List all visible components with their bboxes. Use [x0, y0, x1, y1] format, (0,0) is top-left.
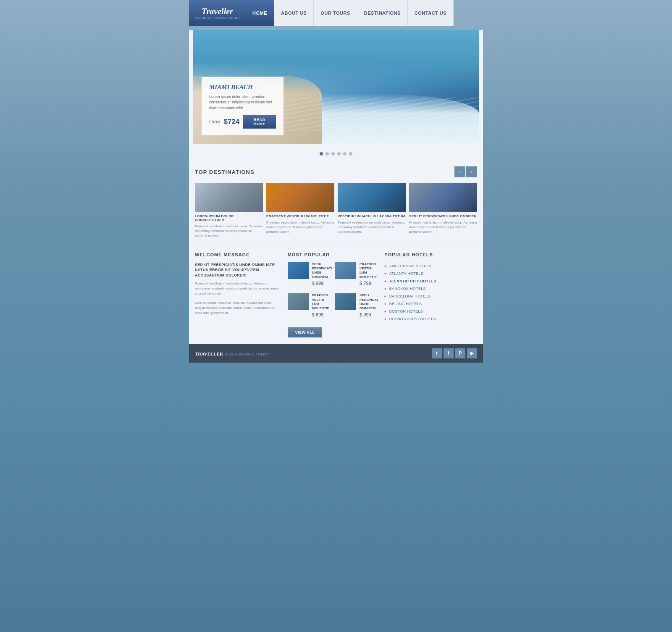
dest-card-1[interactable]: LOREM IPSUM DOLOR CONSECTETUER Praesent … — [195, 183, 263, 238]
pinterest-icon[interactable]: P — [455, 348, 465, 358]
popular-title-2: PRAESEN VESTIB LUM MOLESTIE — [360, 262, 378, 280]
hotel-item-buenos-aires[interactable]: BUENOS AIRES HOTELS — [384, 315, 477, 323]
dest-image-3 — [338, 183, 406, 212]
dot-2[interactable] — [326, 152, 329, 155]
popular-thumb-2 — [335, 262, 356, 279]
section-header: TOP DESTINATIONS ‹ › — [195, 166, 477, 177]
hotel-item-amsterdam[interactable]: AMSTERDAM HOTELS — [384, 262, 477, 270]
read-more-button[interactable]: READ MORE — [243, 115, 276, 129]
dest-title-3: VESTIBULUM IACULIS LACINIA ESTUM — [338, 214, 406, 218]
hotel-item-atlanta[interactable]: ATLANTA HOTELS — [384, 270, 477, 277]
hero-price: $724 — [224, 118, 240, 126]
dest-text-2: Praesent vestibulum molestie lacus. Aene… — [266, 220, 334, 234]
top-destinations-section: TOP DESTINATIONS ‹ › LOREM IPSUM DOLOR C… — [189, 160, 483, 245]
hotel-item-boston[interactable]: BOSTON HOTELS — [384, 308, 477, 315]
popular-title-3: PRAESEN VESTIB LUM MOLESTIE — [312, 293, 332, 311]
hero-caption: MIAMI BEACH Lorem ipsum dolor sitem amet… — [202, 77, 284, 136]
popular-price-1: $ 699 — [312, 281, 332, 286]
header: Traveller THE BEST TRAVEL GUIDE HOME ABO… — [189, 0, 483, 26]
footer-logo: TRAVELLER — [195, 351, 223, 356]
social-icons: t f P ▶ — [432, 348, 477, 358]
content-area: MIAMI BEACH Lorem ipsum dolor sitem amet… — [189, 30, 483, 363]
dest-title-4: SED UT PERSPICIATIS UNDE OMNISEN — [409, 214, 477, 218]
bottom-section: WELCOME MESSAGE SED UT PERSPICIATIS UNDE… — [189, 245, 483, 344]
facebook-icon[interactable]: f — [444, 348, 454, 358]
popular-info-4: SEDU PERSPICAT UNDE OMNISEM $ 999 — [360, 293, 378, 317]
footer-copyright: © 2013 PRIVACY POLICY — [225, 352, 270, 356]
dot-1[interactable] — [320, 152, 323, 155]
popular-price-2: $ 799 — [360, 281, 378, 286]
popular-grid: SEDU PERSPICATI UNDE OMNISEM $ 699 PRAES… — [288, 262, 379, 321]
hotel-item-barcelona[interactable]: BARCELONA HOTELS — [384, 292, 477, 300]
footer-brand-area: TRAVELLER © 2013 PRIVACY POLICY — [195, 350, 269, 357]
destinations-grid: LOREM IPSUM DOLOR CONSECTETUER Praesent … — [195, 183, 477, 238]
popular-item-3[interactable]: PRAESEN VESTIB LUM MOLESTIE $ 899 — [288, 293, 332, 317]
nav-contact[interactable]: CONTACT US — [408, 0, 454, 26]
popular-title-1: SEDU PERSPICATI UNDE OMNISEM — [312, 262, 332, 280]
twitter-icon[interactable]: t — [432, 348, 442, 358]
dest-title-2: PRAESENT VESTIBULUM MOLESTIE — [266, 214, 334, 218]
popular-price-4: $ 999 — [360, 312, 378, 317]
top-destinations-title: TOP DESTINATIONS — [195, 169, 255, 175]
view-all-button[interactable]: VIEW ALL — [288, 327, 323, 337]
logo-title: Traveller — [202, 7, 233, 16]
popular-hotels-col: POPULAR HOTELS AMSTERDAM HOTELS ATLANTA … — [384, 252, 477, 337]
dest-title-1: LOREM IPSUM DOLOR CONSECTETUER — [195, 214, 263, 222]
logo[interactable]: Traveller THE BEST TRAVEL GUIDE — [189, 0, 246, 26]
popular-info-2: PRAESEN VESTIB LUM MOLESTIE $ 799 — [360, 262, 378, 286]
dest-text-1: Praesent vestibulum molestie lacus. Aene… — [195, 224, 263, 238]
prev-arrow[interactable]: ‹ — [454, 166, 465, 177]
dest-card-2[interactable]: PRAESENT VESTIBULUM MOLESTIE Praesent ve… — [266, 183, 334, 238]
slider-dots — [189, 148, 483, 160]
popular-title-4: SEDU PERSPICAT UNDE OMNISEM — [360, 293, 378, 311]
hero-description: Lorem ipsum dolor sitem ametum consectet… — [209, 94, 276, 111]
footer: TRAVELLER © 2013 PRIVACY POLICY t f P ▶ — [189, 344, 483, 363]
dot-4[interactable] — [337, 152, 341, 155]
dest-card-3[interactable]: VESTIBULUM IACULIS LACINIA ESTUM Praesen… — [338, 183, 406, 238]
dot-6[interactable] — [349, 152, 352, 155]
most-popular-col: MOST POPULAR SEDU PERSPICATI UNDE OMNISE… — [288, 252, 385, 337]
hero-title: MIAMI BEACH — [209, 84, 276, 91]
dest-text-4: Praesent vestibulum molestie lacus. Aene… — [409, 220, 477, 234]
hotel-item-beijing[interactable]: BEIJING HOTELS — [384, 300, 477, 308]
popular-thumb-1 — [288, 262, 309, 279]
popular-info-3: PRAESEN VESTIB LUM MOLESTIE $ 899 — [312, 293, 332, 317]
nav-destinations[interactable]: DESTINATIONS — [357, 0, 408, 26]
dot-5[interactable] — [343, 152, 346, 155]
popular-item-4[interactable]: SEDU PERSPICAT UNDE OMNISEM $ 999 — [335, 293, 378, 317]
hotel-item-bangkok[interactable]: BANGKOK HOTELS — [384, 285, 477, 292]
popular-price-3: $ 899 — [312, 312, 332, 317]
welcome-heading: SED UT PERSPICIATIS UNDE OMNIS ISTE NATU… — [195, 262, 282, 278]
main-nav: HOME ABOUT US OUR TOURS DESTINATIONS CON… — [246, 0, 483, 26]
nav-home[interactable]: HOME — [246, 0, 274, 26]
welcome-text2: Cum sonontes nasceturr ridiculus musulla… — [195, 300, 282, 316]
hero-slider[interactable]: MIAMI BEACH Lorem ipsum dolor sitem amet… — [193, 30, 479, 144]
popular-item-1[interactable]: SEDU PERSPICATI UNDE OMNISEM $ 699 — [288, 262, 332, 286]
dot-3[interactable] — [331, 152, 335, 155]
hotel-item-atlantic-city[interactable]: ATLANTIC CITY HOTELS — [384, 277, 477, 285]
logo-subtitle: THE BEST TRAVEL GUIDE — [195, 16, 240, 19]
youtube-icon[interactable]: ▶ — [467, 348, 477, 358]
hero-price-row: FROM $724 READ MORE — [209, 115, 276, 129]
next-arrow[interactable]: › — [466, 166, 477, 177]
dest-image-1 — [195, 183, 263, 212]
hero-from-label: FROM — [209, 120, 220, 124]
welcome-col: WELCOME MESSAGE SED UT PERSPICIATIS UNDE… — [195, 252, 288, 337]
nav-about[interactable]: ABOUT US — [274, 0, 314, 26]
popular-info-1: SEDU PERSPICATI UNDE OMNISEM $ 699 — [312, 262, 332, 286]
nav-tours[interactable]: OUR TOURS — [314, 0, 357, 26]
popular-hotels-title: POPULAR HOTELS — [384, 252, 477, 257]
dest-card-4[interactable]: SED UT PERSPICIATIS UNDE OMNISEN Praesen… — [409, 183, 477, 238]
dest-image-4 — [409, 183, 477, 212]
welcome-text1: Praesent vestibulum molestieme lacus. Ae… — [195, 281, 282, 296]
carousel-nav: ‹ › — [454, 166, 477, 177]
popular-thumb-4 — [335, 293, 356, 310]
dest-image-2 — [266, 183, 334, 212]
hotel-list: AMSTERDAM HOTELS ATLANTA HOTELS ATLANTIC… — [384, 262, 477, 323]
welcome-title: WELCOME MESSAGE — [195, 252, 282, 257]
popular-thumb-3 — [288, 293, 309, 310]
popular-item-2[interactable]: PRAESEN VESTIB LUM MOLESTIE $ 799 — [335, 262, 378, 286]
most-popular-title: MOST POPULAR — [288, 252, 379, 257]
dest-text-3: Praesent vestibulum molestie lacus. Aene… — [338, 220, 406, 234]
